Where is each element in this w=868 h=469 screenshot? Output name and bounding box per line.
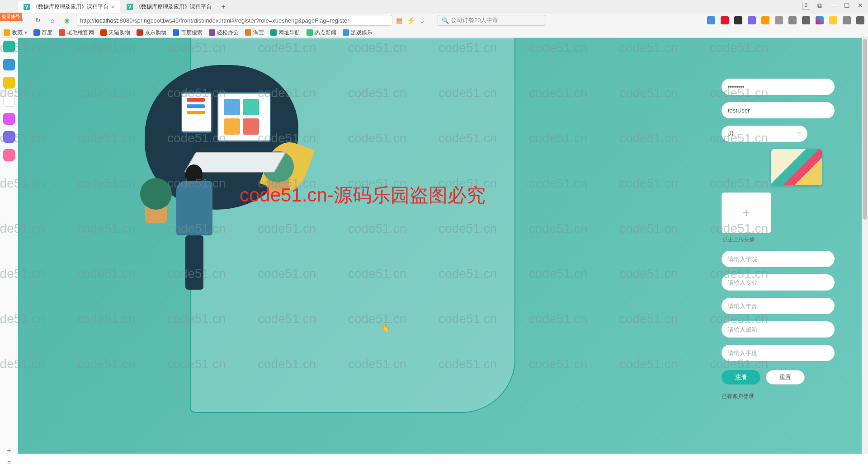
refresh2-icon[interactable] [843, 16, 851, 24]
phone-input[interactable] [722, 345, 835, 361]
tab-bar: V 《数据库原理及应用》课程平台 × V 《数据库原理及应用》课程平台 + 2 … [0, 0, 868, 14]
left-sidebar [0, 38, 18, 454]
bm-icon [173, 29, 179, 36]
upload-box[interactable]: + [722, 192, 771, 233]
illustration [136, 65, 307, 273]
weibo-icon[interactable] [721, 16, 729, 24]
shield-icon[interactable]: ◉ [61, 15, 72, 26]
sidebar-app-4[interactable] [3, 95, 15, 107]
bookmark-item[interactable]: 老毛桃官网 [59, 29, 94, 37]
page-viewport: 男 ▽ + 点击上传头像 注册 重置 已有账户登录 👆 code51.cn-源码… [18, 38, 862, 454]
pin-icon[interactable]: ⧉ [816, 2, 824, 9]
minimize-icon[interactable]: — [829, 2, 837, 9]
login-link[interactable]: 已有账户登录 [722, 393, 754, 400]
menu-icon[interactable] [856, 16, 864, 24]
url-input[interactable]: http://localhost:8080/springboot1ws45/fr… [76, 15, 392, 26]
bookmark-item[interactable]: 游戏娱乐 [343, 29, 373, 37]
reader-icon[interactable]: ▤ [396, 16, 403, 25]
mail-icon[interactable] [707, 16, 715, 24]
age-input[interactable] [722, 298, 835, 314]
scissors-icon[interactable] [734, 16, 742, 24]
bm-icon [307, 29, 313, 36]
bookmark-item[interactable]: 轻松办公 [209, 29, 239, 37]
sidebar-app-6[interactable] [3, 131, 15, 143]
add-sidebar-icon[interactable]: + [5, 446, 14, 455]
zoom-icon[interactable] [775, 16, 783, 24]
toolbar-icons [707, 16, 864, 24]
bm-icon [270, 29, 277, 36]
gender-value: 男 [728, 130, 734, 138]
flash-icon[interactable]: ⚡ [406, 16, 415, 25]
college-input[interactable] [722, 251, 835, 267]
bookmark-item[interactable]: 网址导航 [270, 29, 300, 37]
sidebar-app-1[interactable] [3, 41, 15, 52]
bm-icon [209, 29, 215, 36]
email-input[interactable] [722, 321, 835, 338]
password-input[interactable] [722, 79, 835, 95]
search-icon: 🔍 [442, 17, 449, 24]
bm-icon [137, 29, 143, 36]
browser-tab-active[interactable]: V 《数据库原理及应用》课程平台 × [18, 0, 120, 13]
reset-button[interactable]: 重置 [766, 370, 805, 385]
tab-favicon-icon: V [127, 4, 133, 10]
close-window-icon[interactable]: ✕ [856, 2, 864, 9]
star-icon [4, 29, 10, 36]
scroll-thumb[interactable] [863, 39, 867, 220]
sidebar-menu-icon[interactable]: ≡ [5, 459, 14, 466]
bm-icon [59, 29, 65, 36]
username-input[interactable] [722, 102, 835, 118]
search-input[interactable]: 🔍 公司订餐20人中毒 [438, 15, 546, 26]
sidebar-app-7[interactable] [3, 149, 15, 161]
browser-chrome: 登录账号 V 《数据库原理及应用》课程平台 × V 《数据库原理及应用》课程平台… [0, 0, 868, 38]
sun-icon[interactable] [829, 16, 837, 24]
bookmark-item[interactable]: 天猫购物 [100, 29, 130, 37]
bm-icon [33, 29, 40, 36]
translate-icon[interactable] [748, 16, 756, 24]
badge-icon: 2 [802, 2, 810, 9]
chevron-down-icon: ▽ [797, 131, 801, 136]
url-host: localhost [95, 17, 118, 24]
chevron-down-icon[interactable]: ⌄ [419, 16, 425, 25]
color-icon[interactable] [816, 16, 824, 24]
puzzle-icon[interactable] [788, 16, 797, 24]
sidebar-app-2[interactable] [3, 59, 15, 70]
scrollbar[interactable] [862, 38, 868, 454]
avatar-preview [771, 149, 822, 185]
bm-icon [343, 29, 349, 36]
bookmark-item[interactable]: 百度 [33, 29, 52, 37]
tab-favicon-icon: V [24, 4, 30, 10]
browser-tab[interactable]: V 《数据库原理及应用》课程平台 [121, 0, 217, 13]
register-form: 男 ▽ + 点击上传头像 注册 重置 已有账户登录 [722, 79, 844, 400]
new-tab-button[interactable]: + [218, 3, 229, 11]
sidebar-app-5[interactable] [3, 113, 15, 125]
tab-title: 《数据库原理及应用》课程平台 [33, 3, 108, 11]
address-bar: 〈 〉 ↻ ⌂ ◉ http://localhost:8080/springbo… [0, 14, 868, 27]
gender-select[interactable]: 男 ▽ [722, 126, 807, 142]
button-row: 注册 重置 [722, 370, 805, 385]
security-icon[interactable] [761, 16, 769, 24]
cursor-icon: 👆 [381, 324, 390, 332]
upload-hint: 点击上传头像 [722, 236, 755, 244]
window-controls: 2 ⧉ — ☐ ✕ [802, 2, 864, 9]
bookmark-bar: 收藏▾ 百度 老毛桃官网 天猫购物 京东购物 百度搜索 轻松办公 淘宝 网址导航… [0, 27, 868, 38]
grid-icon[interactable] [802, 16, 810, 24]
reload-button[interactable]: ↻ [33, 15, 43, 26]
bookmark-item[interactable]: 淘宝 [245, 29, 264, 37]
close-icon[interactable]: × [111, 3, 115, 10]
bookmark-item[interactable]: 百度搜索 [173, 29, 203, 37]
bookmark-item[interactable]: 热点新闻 [307, 29, 336, 37]
bm-icon [245, 29, 251, 36]
maximize-icon[interactable]: ☐ [843, 2, 851, 9]
plus-icon: + [743, 206, 750, 220]
submit-button[interactable]: 注册 [722, 370, 760, 385]
bookmark-fav[interactable]: 收藏▾ [4, 29, 27, 37]
bm-icon [100, 29, 107, 36]
home-button[interactable]: ⌂ [47, 15, 58, 26]
login-badge[interactable]: 登录账号 [0, 13, 22, 21]
major-input[interactable] [722, 274, 835, 291]
tab-title: 《数据库原理及应用》课程平台 [136, 3, 212, 11]
sidebar-app-3[interactable] [3, 77, 15, 89]
bookmark-item[interactable]: 京东购物 [137, 29, 166, 37]
